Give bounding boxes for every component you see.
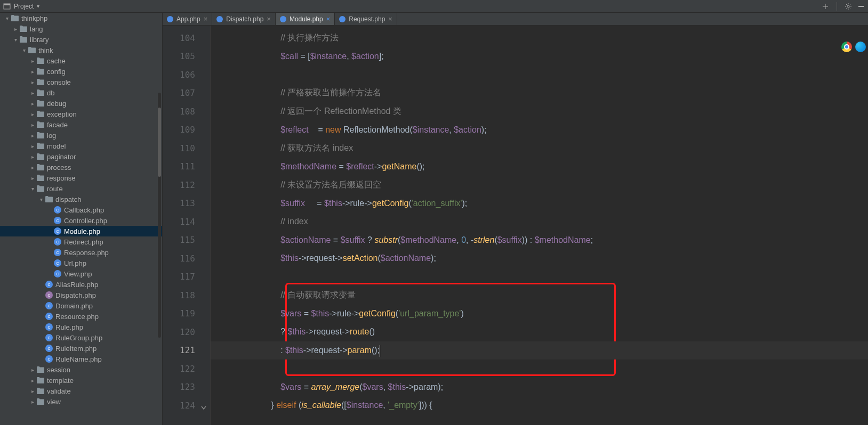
tree-file[interactable]: CRuleName.php [0,354,162,364]
code-line[interactable]: $actionName = $suffix ? substr($methodNa… [211,231,868,250]
code-line[interactable]: ? $this->request->route() [211,323,868,341]
tree-arrow-icon[interactable] [29,154,36,160]
tab-module[interactable]: Module.php× [276,13,335,25]
tree-folder[interactable]: library [0,34,162,45]
tree-file[interactable]: CRuleItem.php [0,343,162,354]
code-line[interactable]: // 未设置方法名后缀返回空 [211,176,868,194]
tree-arrow-icon[interactable] [20,47,28,53]
close-icon[interactable]: × [204,15,208,23]
project-label[interactable]: Project [14,3,34,10]
code-line[interactable]: $methodName = $reflect->getName(); [211,158,868,176]
project-tree[interactable]: thinkphplanglibrarythinkcacheconfigconso… [0,13,162,425]
tree-folder[interactable]: exception [0,109,162,119]
tree-file[interactable]: CView.php [0,268,162,279]
tree-folder[interactable]: dispatch [0,194,162,205]
tree-folder[interactable]: cache [0,55,162,66]
fold-icon[interactable] [199,404,208,412]
code-line[interactable]: } elseif (is_callable([$instance, '_empt… [211,396,868,415]
tree-folder[interactable]: process [0,162,162,173]
tree-file[interactable]: CRule.php [0,322,162,332]
tree-folder[interactable]: route [0,183,162,194]
close-icon[interactable]: × [267,15,271,23]
code-line[interactable]: $call = [$instance, $action]; [211,47,868,66]
tree-arrow-icon[interactable] [29,143,36,149]
code-line[interactable]: $this->request->setAction($actionName); [211,249,868,268]
minimize-icon[interactable] [857,3,865,10]
tree-arrow-icon[interactable] [29,133,36,138]
tree-folder[interactable]: console [0,77,162,87]
code-line[interactable] [211,359,868,378]
tree-folder[interactable]: log [0,130,162,141]
tree-arrow-icon[interactable] [29,388,36,394]
close-icon[interactable]: × [388,15,392,23]
tree-folder[interactable]: template [0,375,162,386]
code-line[interactable]: // 获取方法名 index [211,139,868,158]
code-line[interactable]: // 执行操作方法 [211,29,868,47]
tree-arrow-icon[interactable] [29,111,36,117]
code-line[interactable]: // 严格获取当前操作方法名 [211,84,868,103]
collapse-icon[interactable] [822,3,829,10]
tree-arrow-icon[interactable] [3,15,11,21]
code-line[interactable]: // index [211,213,868,231]
code-line[interactable]: : $this->request->param(); [211,341,868,360]
tree-file[interactable]: CResponse.php [0,247,162,258]
chevron-down-icon[interactable]: ▾ [37,3,39,9]
tree-folder[interactable]: facade [0,119,162,130]
tree-arrow-icon[interactable] [12,37,19,43]
tree-arrow-icon[interactable] [29,378,36,383]
tree-arrow-icon[interactable] [37,197,45,202]
tree-arrow-icon[interactable] [29,175,36,181]
tree-file[interactable]: CDispatch.php [0,290,162,300]
tree-folder[interactable]: validate [0,386,162,396]
tree-file[interactable]: CResource.php [0,311,162,322]
tree-file[interactable]: CCallback.php [0,205,162,215]
code-line[interactable] [211,66,868,84]
code-line[interactable]: $suffix = $this->rule->getConfig('action… [211,194,868,213]
tree-file[interactable]: CRuleGroup.php [0,332,162,343]
tree-folder[interactable]: lang [0,23,162,34]
code-line[interactable]: $vars = array_merge($vars, $this->param)… [211,378,868,397]
tree-folder[interactable]: paginator [0,151,162,162]
gear-icon[interactable] [845,3,852,10]
tree-folder[interactable]: think [0,45,162,55]
tree-arrow-icon[interactable] [29,79,36,85]
tree-arrow-icon[interactable] [29,122,36,128]
tree-arrow-icon[interactable] [12,26,19,32]
tree-folder[interactable]: thinkphp [0,13,162,23]
project-tool-icon[interactable] [3,3,11,10]
tree-arrow-icon[interactable] [29,186,36,192]
tree-arrow-icon[interactable] [29,69,36,75]
tree-folder[interactable]: model [0,141,162,151]
tree-arrow-icon[interactable] [29,165,36,170]
tab-dispatch[interactable]: Dispatch.php× [212,13,276,25]
tree-file[interactable]: CController.php [0,215,162,226]
tree-arrow-icon[interactable] [29,101,36,107]
tree-folder[interactable]: config [0,66,162,77]
tree-file[interactable]: CDomain.php [0,300,162,311]
tab-request[interactable]: Request.php× [335,13,397,25]
php-file-icon: C [53,216,62,225]
code-line[interactable]: $reflect = new ReflectionMethod($instanc… [211,121,868,140]
tree-folder[interactable]: view [0,396,162,407]
code-area[interactable]: // 执行操作方法 $call = [$instance, $action]; … [211,26,868,425]
code-line[interactable]: // 自动获取请求变量 [211,286,868,305]
tree-arrow-icon[interactable] [29,90,36,96]
code-line[interactable]: $vars = $this->rule->getConfig('url_para… [211,305,868,323]
tree-file[interactable]: CUrl.php [0,258,162,268]
tree-folder[interactable]: session [0,364,162,375]
code-line[interactable] [211,268,868,287]
tree-file[interactable]: CRedirect.php [0,236,162,247]
close-icon[interactable]: × [326,15,331,23]
sidebar-scrollbar-thumb[interactable] [158,108,161,177]
tree-arrow-icon[interactable] [29,58,36,64]
code-editor[interactable]: 1041051061071081091101111121131141151161… [163,26,868,425]
tab-app[interactable]: App.php× [163,13,212,25]
tree-folder[interactable]: response [0,173,162,183]
tree-file[interactable]: CAliasRule.php [0,279,162,290]
tree-file[interactable]: CModule.php [0,226,162,236]
tree-folder[interactable]: db [0,87,162,98]
tree-arrow-icon[interactable] [29,399,36,405]
tree-arrow-icon[interactable] [29,367,36,373]
code-line[interactable]: // 返回一个 ReflectionMethod 类 [211,102,868,121]
tree-folder[interactable]: debug [0,98,162,109]
